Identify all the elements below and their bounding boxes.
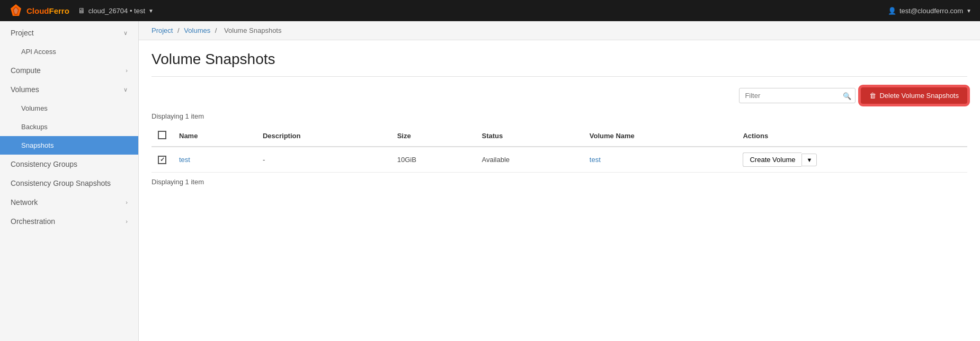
col-status: Status (475, 125, 583, 147)
main-layout: Project ∨ API Access Compute › Volumes ∨… (0, 21, 980, 341)
breadcrumb-current: Volume Snapshots (224, 26, 281, 34)
volume-name-link[interactable]: test (590, 156, 601, 164)
filter-wrap: 🔍 (739, 88, 856, 103)
page-body: Volume Snapshots 🔍 🗑 Delete Volume Snaps… (139, 40, 980, 196)
breadcrumb-sep1: / (177, 26, 181, 34)
topbar: CloudFerro 🖥 cloud_26704 • test ▼ 👤 test… (0, 0, 980, 21)
chevron-right-icon: › (126, 218, 128, 225)
display-count-bottom: Displaying 1 item (152, 178, 967, 186)
sidebar-item-orchestration[interactable]: Orchestration › (0, 212, 138, 231)
sidebar: Project ∨ API Access Compute › Volumes ∨… (0, 21, 139, 341)
display-count-top: Displaying 1 item (152, 112, 967, 120)
user-menu[interactable]: 👤 test@cloudferro.com ▼ (888, 7, 972, 15)
sidebar-item-consistency-groups-label: Consistency Groups (11, 160, 77, 168)
page-title: Volume Snapshots (152, 51, 967, 77)
row-name-cell: test (173, 147, 256, 173)
user-icon: 👤 (888, 7, 896, 15)
breadcrumb-project[interactable]: Project (152, 26, 173, 34)
sidebar-item-snapshots[interactable]: Snapshots (0, 136, 138, 155)
chevron-right-icon: › (126, 67, 128, 74)
col-actions: Actions (736, 125, 967, 147)
sidebar-item-volumes[interactable]: Volumes ∨ (0, 80, 138, 99)
sidebar-item-api-access[interactable]: API Access (0, 42, 138, 61)
topbar-left: CloudFerro 🖥 cloud_26704 • test ▼ (8, 3, 154, 18)
table-body: test - 10GiB Available test Create Volum… (152, 147, 967, 173)
sidebar-item-snapshots-label: Snapshots (21, 141, 54, 149)
row-actions-cell: Create Volume ▼ (736, 147, 967, 173)
sidebar-item-api-access-label: API Access (21, 48, 56, 56)
breadcrumb: Project / Volumes / Volume Snapshots (139, 21, 980, 40)
select-all-checkbox[interactable] (158, 131, 166, 139)
project-label: cloud_26704 • test (88, 7, 145, 15)
actions-dropdown-button[interactable]: ▼ (801, 154, 817, 166)
row-checkbox-cell[interactable] (152, 147, 173, 173)
create-volume-button[interactable]: Create Volume (743, 152, 801, 167)
sidebar-item-network-label: Network (11, 198, 38, 207)
chevron-down-icon: ∨ (123, 86, 128, 93)
sidebar-item-volumes-label: Volumes (11, 85, 39, 94)
sidebar-item-consistency-group-snapshots-label: Consistency Group Snapshots (11, 179, 111, 187)
row-checkbox[interactable] (158, 156, 166, 164)
chevron-down-icon: ∨ (123, 30, 128, 37)
user-chevron: ▼ (966, 8, 972, 14)
sidebar-item-backups[interactable]: Backups (0, 118, 138, 136)
logo-icon (8, 3, 23, 18)
actions-cell: Create Volume ▼ (743, 152, 961, 167)
breadcrumb-volumes[interactable]: Volumes (184, 26, 210, 34)
cloud-project[interactable]: 🖥 cloud_26704 • test ▼ (78, 6, 154, 15)
table-row: test - 10GiB Available test Create Volum… (152, 147, 967, 173)
sidebar-item-volumes-sub-label: Volumes (21, 104, 48, 112)
col-size: Size (391, 125, 476, 147)
sidebar-item-volumes-sub[interactable]: Volumes (0, 99, 138, 118)
row-status-cell: Available (475, 147, 583, 173)
logo[interactable]: CloudFerro (8, 3, 69, 18)
col-checkbox[interactable] (152, 125, 173, 147)
search-icon: 🔍 (843, 92, 851, 100)
breadcrumb-sep2: / (215, 26, 219, 34)
delete-volume-snapshots-button[interactable]: 🗑 Delete Volume Snapshots (861, 87, 967, 104)
col-name: Name (173, 125, 256, 147)
toolbar: 🔍 🗑 Delete Volume Snapshots (152, 87, 967, 104)
chevron-down-icon: ▼ (806, 157, 812, 163)
trash-icon: 🗑 (869, 92, 876, 100)
sidebar-item-consistency-groups[interactable]: Consistency Groups (0, 155, 138, 174)
delete-button-label: Delete Volume Snapshots (879, 92, 959, 100)
content-area: Project / Volumes / Volume Snapshots Vol… (139, 21, 980, 341)
row-size-cell: 10GiB (391, 147, 476, 173)
sidebar-item-compute-label: Compute (11, 66, 41, 75)
sidebar-item-project[interactable]: Project ∨ (0, 23, 138, 42)
filter-input[interactable] (739, 88, 856, 103)
chevron-right-icon: › (126, 199, 128, 205)
project-chevron: ▼ (148, 8, 154, 14)
sidebar-item-project-label: Project (11, 29, 34, 37)
monitor-icon: 🖥 (78, 6, 85, 15)
row-description-cell: - (256, 147, 391, 173)
sidebar-item-consistency-group-snapshots[interactable]: Consistency Group Snapshots (0, 174, 138, 193)
sidebar-item-backups-label: Backups (21, 123, 48, 131)
sidebar-item-network[interactable]: Network › (0, 193, 138, 212)
col-description: Description (256, 125, 391, 147)
snapshots-table: Name Description Size Status Volume Name… (152, 125, 967, 173)
sidebar-item-orchestration-label: Orchestration (11, 217, 55, 226)
table-header: Name Description Size Status Volume Name… (152, 125, 967, 147)
col-volume-name: Volume Name (583, 125, 737, 147)
logo-text: CloudFerro (26, 6, 69, 15)
snapshot-name-link[interactable]: test (179, 156, 190, 164)
sidebar-item-compute[interactable]: Compute › (0, 61, 138, 80)
row-volume-name-cell: test (583, 147, 737, 173)
user-email: test@cloudferro.com (899, 7, 963, 15)
